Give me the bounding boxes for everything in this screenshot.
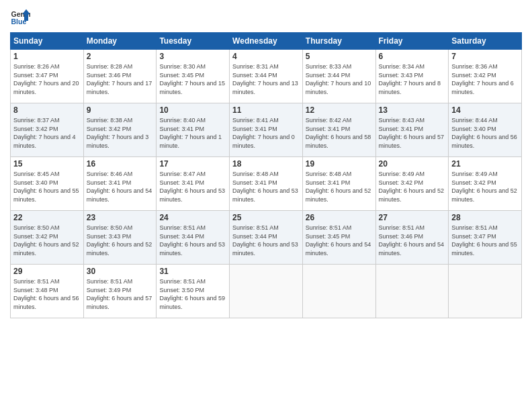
day-cell: [302, 265, 375, 318]
day-info: Sunrise: 8:48 AMSunset: 3:41 PMDaylight:…: [306, 170, 373, 203]
day-number: 31: [159, 267, 226, 276]
day-cell: 3Sunrise: 8:30 AMSunset: 3:45 PMDaylight…: [157, 50, 230, 103]
day-number: 6: [379, 52, 446, 61]
day-cell: 18Sunrise: 8:48 AMSunset: 3:41 PMDayligh…: [230, 157, 303, 211]
day-info: Sunrise: 8:42 AMSunset: 3:41 PMDaylight:…: [306, 116, 373, 150]
day-info: Sunrise: 8:40 AMSunset: 3:41 PMDaylight:…: [159, 116, 226, 150]
day-number: 17: [159, 159, 226, 169]
day-info: Sunrise: 8:34 AMSunset: 3:43 PMDaylight:…: [379, 62, 446, 96]
day-info: Sunrise: 8:43 AMSunset: 3:41 PMDaylight:…: [379, 116, 446, 150]
day-cell: 16Sunrise: 8:46 AMSunset: 3:41 PMDayligh…: [83, 157, 157, 211]
day-info: Sunrise: 8:38 AMSunset: 3:42 PMDaylight:…: [87, 116, 154, 150]
calendar-container: General Blue SundayMondayTuesdayWednesda…: [0, 0, 532, 411]
weekday-header-saturday: Saturday: [449, 33, 522, 50]
day-info: Sunrise: 8:51 AMSunset: 3:44 PMDaylight:…: [159, 224, 226, 257]
day-number: 7: [451, 52, 519, 61]
day-cell: 23Sunrise: 8:50 AMSunset: 3:43 PMDayligh…: [83, 211, 157, 265]
day-cell: 24Sunrise: 8:51 AMSunset: 3:44 PMDayligh…: [157, 211, 230, 265]
day-cell: 5Sunrise: 8:33 AMSunset: 3:44 PMDaylight…: [302, 50, 375, 103]
day-cell: 26Sunrise: 8:51 AMSunset: 3:45 PMDayligh…: [302, 211, 375, 265]
week-row-4: 22Sunrise: 8:50 AMSunset: 3:42 PMDayligh…: [11, 211, 522, 265]
day-info: Sunrise: 8:50 AMSunset: 3:42 PMDaylight:…: [13, 224, 81, 257]
calendar-table: SundayMondayTuesdayWednesdayThursdayFrid…: [10, 32, 522, 318]
day-info: Sunrise: 8:50 AMSunset: 3:43 PMDaylight:…: [87, 224, 154, 257]
day-cell: 7Sunrise: 8:36 AMSunset: 3:42 PMDaylight…: [449, 50, 522, 103]
day-cell: [449, 265, 522, 318]
day-info: Sunrise: 8:51 AMSunset: 3:50 PMDaylight:…: [159, 277, 226, 311]
day-number: 13: [379, 105, 446, 115]
day-cell: [375, 265, 449, 318]
day-number: 3: [159, 52, 226, 61]
day-number: 2: [87, 52, 154, 61]
day-info: Sunrise: 8:48 AMSunset: 3:41 PMDaylight:…: [232, 170, 300, 203]
weekday-header-friday: Friday: [375, 33, 449, 50]
day-cell: 28Sunrise: 8:51 AMSunset: 3:47 PMDayligh…: [449, 211, 522, 265]
day-number: 12: [306, 105, 373, 115]
day-cell: 8Sunrise: 8:37 AMSunset: 3:42 PMDaylight…: [11, 103, 84, 157]
day-info: Sunrise: 8:33 AMSunset: 3:44 PMDaylight:…: [306, 62, 373, 96]
day-info: Sunrise: 8:31 AMSunset: 3:44 PMDaylight:…: [232, 62, 300, 96]
day-number: 19: [306, 159, 373, 169]
day-info: Sunrise: 8:51 AMSunset: 3:48 PMDaylight:…: [13, 277, 81, 311]
weekday-header-wednesday: Wednesday: [230, 33, 303, 50]
day-cell: 14Sunrise: 8:44 AMSunset: 3:40 PMDayligh…: [449, 103, 522, 157]
day-cell: 29Sunrise: 8:51 AMSunset: 3:48 PMDayligh…: [11, 265, 84, 318]
day-cell: 2Sunrise: 8:28 AMSunset: 3:46 PMDaylight…: [83, 50, 157, 103]
day-info: Sunrise: 8:30 AMSunset: 3:45 PMDaylight:…: [159, 62, 226, 96]
day-cell: 22Sunrise: 8:50 AMSunset: 3:42 PMDayligh…: [11, 211, 84, 265]
day-number: 20: [379, 159, 446, 169]
day-cell: 13Sunrise: 8:43 AMSunset: 3:41 PMDayligh…: [375, 103, 449, 157]
day-info: Sunrise: 8:28 AMSunset: 3:46 PMDaylight:…: [87, 62, 154, 96]
day-number: 23: [87, 213, 154, 222]
day-number: 4: [232, 52, 300, 61]
logo: General Blue: [10, 7, 30, 27]
day-cell: 27Sunrise: 8:51 AMSunset: 3:46 PMDayligh…: [375, 211, 449, 265]
week-row-3: 15Sunrise: 8:45 AMSunset: 3:40 PMDayligh…: [11, 157, 522, 211]
day-info: Sunrise: 8:37 AMSunset: 3:42 PMDaylight:…: [13, 116, 81, 150]
day-info: Sunrise: 8:26 AMSunset: 3:47 PMDaylight:…: [13, 62, 81, 96]
day-number: 1: [13, 52, 81, 61]
day-info: Sunrise: 8:41 AMSunset: 3:41 PMDaylight:…: [232, 116, 300, 150]
day-cell: 12Sunrise: 8:42 AMSunset: 3:41 PMDayligh…: [302, 103, 375, 157]
day-cell: 10Sunrise: 8:40 AMSunset: 3:41 PMDayligh…: [157, 103, 230, 157]
week-row-2: 8Sunrise: 8:37 AMSunset: 3:42 PMDaylight…: [11, 103, 522, 157]
week-row-5: 29Sunrise: 8:51 AMSunset: 3:48 PMDayligh…: [11, 265, 522, 318]
day-number: 11: [232, 105, 300, 115]
day-cell: 17Sunrise: 8:47 AMSunset: 3:41 PMDayligh…: [157, 157, 230, 211]
day-cell: 1Sunrise: 8:26 AMSunset: 3:47 PMDaylight…: [11, 50, 84, 103]
day-number: 27: [379, 213, 446, 222]
weekday-header-monday: Monday: [83, 33, 157, 50]
day-info: Sunrise: 8:51 AMSunset: 3:49 PMDaylight:…: [87, 277, 154, 311]
day-cell: 25Sunrise: 8:51 AMSunset: 3:44 PMDayligh…: [230, 211, 303, 265]
day-cell: 15Sunrise: 8:45 AMSunset: 3:40 PMDayligh…: [11, 157, 84, 211]
day-cell: 19Sunrise: 8:48 AMSunset: 3:41 PMDayligh…: [302, 157, 375, 211]
day-number: 28: [451, 213, 519, 222]
header-row: SundayMondayTuesdayWednesdayThursdayFrid…: [11, 33, 522, 50]
day-number: 8: [13, 105, 81, 115]
day-number: 21: [451, 159, 519, 169]
day-info: Sunrise: 8:49 AMSunset: 3:42 PMDaylight:…: [379, 170, 446, 203]
day-cell: 4Sunrise: 8:31 AMSunset: 3:44 PMDaylight…: [230, 50, 303, 103]
day-cell: [230, 265, 303, 318]
day-info: Sunrise: 8:47 AMSunset: 3:41 PMDaylight:…: [159, 170, 226, 203]
weekday-header-thursday: Thursday: [302, 33, 375, 50]
day-number: 24: [159, 213, 226, 222]
day-number: 9: [87, 105, 154, 115]
day-cell: 11Sunrise: 8:41 AMSunset: 3:41 PMDayligh…: [230, 103, 303, 157]
day-number: 26: [306, 213, 373, 222]
day-cell: 21Sunrise: 8:49 AMSunset: 3:42 PMDayligh…: [449, 157, 522, 211]
day-number: 15: [13, 159, 81, 169]
header: General Blue: [10, 7, 522, 27]
day-cell: 6Sunrise: 8:34 AMSunset: 3:43 PMDaylight…: [375, 50, 449, 103]
day-info: Sunrise: 8:51 AMSunset: 3:45 PMDaylight:…: [306, 224, 373, 257]
day-number: 29: [13, 267, 81, 276]
day-number: 10: [159, 105, 226, 115]
day-info: Sunrise: 8:46 AMSunset: 3:41 PMDaylight:…: [87, 170, 154, 203]
day-info: Sunrise: 8:51 AMSunset: 3:44 PMDaylight:…: [232, 224, 300, 257]
day-cell: 30Sunrise: 8:51 AMSunset: 3:49 PMDayligh…: [83, 265, 157, 318]
day-number: 25: [232, 213, 300, 222]
day-info: Sunrise: 8:44 AMSunset: 3:40 PMDaylight:…: [451, 116, 519, 150]
day-cell: 20Sunrise: 8:49 AMSunset: 3:42 PMDayligh…: [375, 157, 449, 211]
day-info: Sunrise: 8:49 AMSunset: 3:42 PMDaylight:…: [451, 170, 519, 203]
day-info: Sunrise: 8:45 AMSunset: 3:40 PMDaylight:…: [13, 170, 81, 203]
